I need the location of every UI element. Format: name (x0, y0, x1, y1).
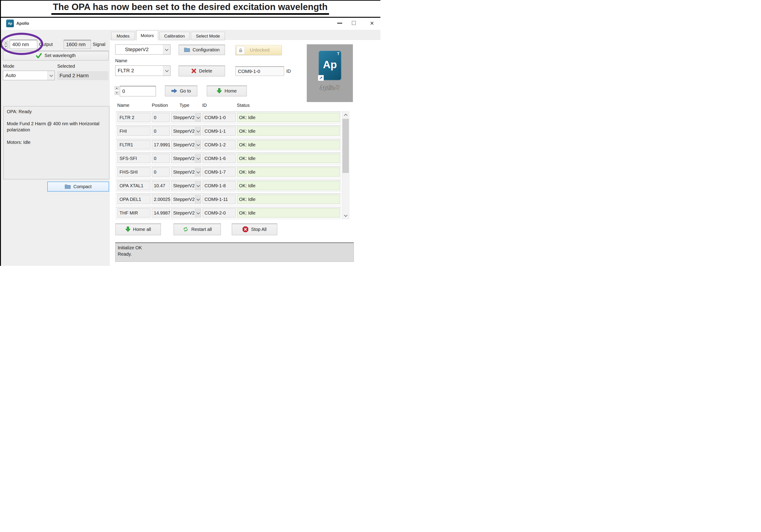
arrow-down-icon (125, 227, 131, 232)
folder-icon (65, 184, 71, 189)
tab-select-mode[interactable]: Select Mode (191, 32, 225, 40)
minimize-button[interactable] (337, 23, 342, 24)
tab-calibration[interactable]: Calibration (159, 32, 190, 40)
row-position-field[interactable]: 10.47 (152, 181, 170, 190)
tab-motors[interactable]: Motors (136, 30, 158, 41)
row-id-field[interactable]: COM9-2-0 (203, 208, 236, 217)
annotation-circle (0, 33, 43, 55)
scrollbar-up-button[interactable] (342, 112, 349, 118)
row-position-field[interactable]: 0 (152, 154, 170, 163)
row-name-field[interactable]: FLTR 2 (117, 113, 150, 122)
chevron-down-icon (195, 127, 201, 136)
stop-all-button[interactable]: Stop All (232, 223, 277, 235)
chevron-down-icon (344, 213, 347, 217)
motor-name-select[interactable]: FLTR 2 (115, 65, 170, 76)
mode-select-arrow (47, 71, 55, 80)
row-position-field[interactable]: 0 (152, 113, 170, 122)
compact-button[interactable]: Compact (47, 182, 109, 192)
set-wavelength-label: Set wavelength (44, 53, 76, 58)
lock-icon (239, 48, 243, 52)
row-type-select[interactable]: StepperV2 (171, 167, 201, 177)
motor-id-value: COM9-1-0 (238, 69, 260, 74)
motor-id-field[interactable]: COM9-1-0 (235, 66, 284, 76)
apollo-desktop-icon[interactable]: Ap T ↗ (319, 51, 341, 80)
row-type-select[interactable]: StepperV2 (171, 208, 201, 217)
selected-value: Fund 2 Harm (60, 73, 88, 79)
table-row: FLTR1 17.9991 StepperV2 COM9-1-2 OK: Idl… (116, 139, 341, 151)
row-type-select[interactable]: StepperV2 (171, 127, 201, 136)
row-id-field[interactable]: COM9-1-0 (203, 113, 236, 122)
goto-button[interactable]: Go to (165, 86, 197, 96)
stepper-type-select[interactable]: StepperV2 (115, 44, 170, 55)
row-status-field: OK: Idle (237, 154, 340, 163)
row-position-field[interactable]: 14.9987 (152, 208, 170, 217)
row-id-field[interactable]: COM9-1-6 (203, 154, 236, 163)
log-line: Initialize OK (118, 245, 351, 251)
position-value: 0 (122, 89, 125, 94)
log-box: Initialize OK Ready. (115, 242, 354, 262)
table-row: OPA DEL1 2.00025 StepperV2 COM9-1-11 OK:… (116, 193, 341, 206)
column-header-name: Name (117, 103, 129, 108)
row-id-field[interactable]: COM9-1-1 (203, 127, 236, 136)
position-spin-up[interactable] (115, 87, 119, 90)
row-status-field: OK: Idle (237, 127, 340, 136)
delete-button[interactable]: Delete (179, 65, 225, 76)
row-type-select[interactable]: StepperV2 (171, 195, 201, 204)
tab-modes[interactable]: Modes (111, 32, 135, 40)
close-button[interactable]: × (368, 18, 376, 28)
position-spin-down[interactable] (115, 91, 119, 95)
row-position-field[interactable]: 17.9991 (152, 140, 170, 149)
home-button[interactable]: Home (207, 86, 247, 96)
row-status-field: OK: Idle (237, 113, 340, 122)
row-type-select[interactable]: StepperV2 (171, 154, 201, 163)
row-id-field[interactable]: COM9-1-11 (203, 195, 236, 204)
row-name-field[interactable]: FLTR1 (117, 140, 150, 149)
check-icon (36, 53, 42, 58)
row-name-field[interactable]: FHS-SHI (117, 167, 150, 177)
mode-value: Auto (5, 73, 16, 79)
row-name-field[interactable]: THF MIR (117, 208, 150, 217)
arrow-down-icon (217, 88, 222, 93)
restart-all-button[interactable]: Restart all (174, 223, 221, 235)
row-id-field[interactable]: COM9-1-7 (203, 167, 236, 177)
tab-select-mode-label: Select Mode (196, 33, 220, 39)
titlebar: Ap Apollo × (1, 18, 380, 30)
shortcut-arrow-chip: ↗ (318, 75, 324, 81)
row-type-select[interactable]: StepperV2 (171, 113, 201, 122)
row-type-select[interactable]: StepperV2 (171, 140, 201, 149)
row-position-field[interactable]: 0 (152, 127, 170, 136)
row-id-field[interactable]: COM9-1-2 (203, 140, 236, 149)
chevron-down-icon (195, 154, 201, 163)
row-id-field[interactable]: COM9-1-8 (203, 181, 236, 190)
column-header-position: Position (152, 103, 168, 108)
selected-value-box: Fund 2 Harm (57, 71, 108, 80)
row-name-field[interactable]: OPA XTAL1 (117, 181, 150, 190)
goto-label: Go to (180, 89, 191, 93)
home-all-button[interactable]: Home all (115, 223, 161, 235)
row-position-field[interactable]: 0 (152, 167, 170, 177)
mode-select[interactable]: Auto (3, 71, 55, 80)
row-name-field[interactable]: OPA DEL1 (117, 195, 150, 204)
signal-value-box: 1600 nm (64, 40, 91, 49)
configuration-button[interactable]: Configuration (179, 44, 225, 55)
row-name-field[interactable]: FHI (117, 127, 150, 136)
chevron-down-icon (195, 181, 201, 190)
maximize-button[interactable] (352, 21, 356, 25)
folder-icon (184, 47, 190, 52)
tab-calibration-label: Calibration (164, 33, 185, 39)
opa-status-line: OPA: Ready (7, 109, 106, 114)
unlocked-button[interactable]: Unlocked (235, 45, 282, 55)
row-status-field: OK: Idle (237, 140, 340, 149)
row-type-select[interactable]: StepperV2 (171, 181, 201, 190)
signal-label: Signal (93, 42, 105, 47)
row-status-field: OK: Idle (237, 167, 340, 177)
shortcut-arrow-icon: ↗ (319, 76, 322, 81)
scrollbar-down-button[interactable] (342, 212, 349, 219)
window-title: Apollo (16, 21, 29, 26)
position-input[interactable]: 0 (120, 86, 156, 96)
chevron-down-icon (195, 208, 201, 217)
row-name-field[interactable]: SFS-SFI (117, 154, 150, 163)
arrow-right-icon (171, 89, 177, 93)
scrollbar-thumb[interactable] (342, 119, 349, 173)
row-position-field[interactable]: 2.00025 (152, 195, 170, 204)
